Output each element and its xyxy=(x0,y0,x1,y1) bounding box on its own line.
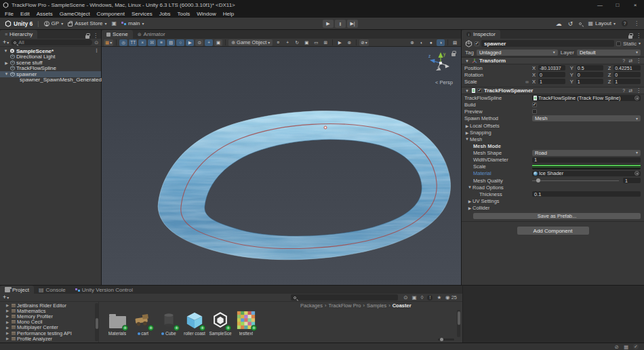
uv-settings-foldout[interactable]: ▶ UV Settings xyxy=(462,198,644,205)
position-z-field[interactable]: 0.42251 xyxy=(613,65,641,71)
help-icon[interactable]: ? xyxy=(622,20,628,26)
object-picker-icon[interactable] xyxy=(635,96,639,100)
menu-jobs[interactable]: Jobs xyxy=(156,11,174,17)
play-overlay-icon[interactable]: ▶ xyxy=(186,39,194,46)
asset-testtexture[interactable]: + testtext xyxy=(235,310,258,336)
minimize-button[interactable]: — xyxy=(591,0,609,10)
asset-roller-coast[interactable]: + roller coast xyxy=(183,310,206,336)
road-options-foldout[interactable]: ▼ Road Options xyxy=(462,184,644,191)
cloud-icon[interactable]: ☁ xyxy=(556,20,562,27)
asset-store-dropdown[interactable]: Asset Store ▾ xyxy=(68,20,106,26)
close-overlay-icon[interactable]: × xyxy=(138,39,146,46)
tab-hierarchy[interactable]: ≡ Hierarchy xyxy=(0,30,37,39)
trackflowspawner-header[interactable]: ▼ ✓ TrackFlowSpawner ?⇄⋮ xyxy=(462,87,644,94)
local-offsets-foldout[interactable]: ▶ Local Offsets xyxy=(462,122,644,129)
position-x-field[interactable]: -80.10337 xyxy=(538,65,565,71)
rotation-y-field[interactable]: 0 xyxy=(576,72,603,77)
object-picker-icon[interactable] xyxy=(635,171,639,176)
scale-x-field[interactable]: 1 xyxy=(538,79,565,84)
preset-icon[interactable]: ⇄ xyxy=(628,58,632,64)
circle-overlay-icon[interactable]: ○ xyxy=(176,39,184,46)
active-checkbox[interactable]: ✓ xyxy=(475,41,479,46)
move-overlay-icon[interactable]: + xyxy=(205,39,213,46)
asset-cube-prefab[interactable]: + Cube xyxy=(157,310,180,336)
tab-project[interactable]: Project xyxy=(0,286,34,294)
package-manager-button[interactable]: ▣ xyxy=(112,20,117,26)
selection-outline-icon[interactable]: ☒ xyxy=(148,39,156,46)
hand-tool-icon[interactable]: ¤ xyxy=(274,39,282,46)
tab-inspector[interactable]: i Inspector xyxy=(462,30,500,39)
help-icon[interactable]: ? xyxy=(622,88,625,93)
component-enabled-checkbox[interactable]: ✓ xyxy=(477,88,482,93)
scene-visibility-icon[interactable]: ◑ xyxy=(437,39,445,46)
lock-icon[interactable] xyxy=(85,35,89,39)
asset-cart-prefab[interactable]: + cart xyxy=(132,310,155,336)
menu-gameobject[interactable]: GameObject xyxy=(56,11,94,17)
scene-options-icon[interactable]: ⋮ xyxy=(94,48,101,54)
build-checkbox[interactable]: ✓ xyxy=(532,102,537,107)
static-dropdown-icon[interactable]: ▾ xyxy=(639,41,641,45)
wand-tool-icon[interactable]: ⊛ xyxy=(345,39,353,46)
favorites-icon[interactable]: ★ xyxy=(437,294,441,300)
transform-header[interactable]: ▼ Transform ?⇄⋮ xyxy=(462,57,644,64)
rotate-tool-icon[interactable]: ↻ xyxy=(293,39,301,46)
rotation-x-field[interactable]: 0 xyxy=(538,72,565,77)
panel-kebab-icon[interactable]: ⋮ xyxy=(636,33,641,39)
step-button[interactable]: ▶| xyxy=(347,20,358,28)
asset-materials-folder[interactable]: + Materials xyxy=(106,310,129,336)
gizmo-toggle-icon[interactable]: ◎ xyxy=(119,39,127,46)
rotation-z-field[interactable]: 0 xyxy=(613,72,641,77)
hierarchy-item-spawn-mesh[interactable]: spawner_SpawnMesh_Generated xyxy=(0,77,101,83)
scene-viewport[interactable]: y z < Persp xyxy=(102,47,461,285)
breadcrumb-samples[interactable]: Samples xyxy=(367,303,386,309)
create-asset-button[interactable]: +▾ xyxy=(3,294,9,300)
text-overlay-icon[interactable]: TT xyxy=(129,39,137,46)
move-tool-icon[interactable]: + xyxy=(283,39,291,46)
progress-done-icon[interactable]: ✓ xyxy=(633,344,639,349)
scale-z-field[interactable]: 1 xyxy=(613,79,641,84)
orientation-gizmo[interactable]: y z xyxy=(426,50,456,78)
expander-icon[interactable]: ▼ xyxy=(4,72,9,76)
transform-tool-icon[interactable]: ⊞ xyxy=(321,39,329,46)
menu-overlay-icon[interactable]: ≡ xyxy=(157,39,165,46)
menu-edit[interactable]: Edit xyxy=(17,11,33,17)
mesh-quality-field[interactable]: 1 xyxy=(623,178,641,183)
zoom-overlay-icon[interactable]: ⊙ xyxy=(195,39,203,46)
layer-dropdown[interactable]: Default▾ xyxy=(577,50,641,56)
camera-settings-icon[interactable]: ▤ xyxy=(451,39,459,46)
foldout-icon[interactable]: ▼ xyxy=(464,89,470,93)
mesh-quality-slider[interactable] xyxy=(532,178,619,183)
preview-checkbox[interactable] xyxy=(532,109,537,114)
hidden-items-count[interactable]: ◉ 25 xyxy=(445,294,457,300)
search-by-type-icon[interactable]: ⊙ xyxy=(403,294,407,300)
tab-animator[interactable]: ⊛ Animator xyxy=(133,30,170,39)
expander-icon[interactable]: ▼ xyxy=(3,49,8,53)
position-y-field[interactable]: 0.5 xyxy=(576,65,603,71)
gizmo-lock-icon[interactable] xyxy=(451,53,456,56)
menu-component[interactable]: Component xyxy=(94,11,128,17)
asset-grid-scrollbar[interactable] xyxy=(457,310,460,337)
menu-assets[interactable]: Assets xyxy=(33,11,56,17)
pick-tool-icon[interactable]: ▶ xyxy=(336,39,344,46)
package-item[interactable]: ▶JetBrains Rider Editor xyxy=(0,303,95,308)
scene-lighting-icon[interactable]: ⊕ xyxy=(408,39,416,46)
component-kebab-icon[interactable]: ⋮ xyxy=(636,88,641,94)
game-object-menu[interactable]: ⊕ Game Object ▾ xyxy=(228,39,273,46)
mesh-shape-dropdown[interactable]: Road▾ xyxy=(532,150,641,156)
component-kebab-icon[interactable]: ⋮ xyxy=(636,58,641,64)
scene-audio-icon[interactable]: ◐ xyxy=(418,39,426,46)
add-component-button[interactable]: Add Component xyxy=(517,227,589,235)
menu-window[interactable]: Window xyxy=(193,11,219,17)
search-icon[interactable] xyxy=(579,22,582,25)
package-item[interactable]: ▶Memory Profiler xyxy=(0,313,95,319)
hierarchy-item-directional-light[interactable]: Directional Light xyxy=(0,54,101,60)
shading-mode-dropdown[interactable]: ⊘▾ xyxy=(359,39,368,46)
mesh-foldout[interactable]: ▼ Mesh xyxy=(462,136,644,142)
foldout-icon[interactable]: ▼ xyxy=(464,59,470,63)
packages-visibility-icon[interactable]: ▣ xyxy=(412,294,417,300)
lock-icon[interactable] xyxy=(628,35,632,39)
spawn-method-dropdown[interactable]: Mesh▾ xyxy=(532,115,641,121)
breadcrumb-packages[interactable]: Packages xyxy=(300,303,323,309)
snapping-foldout[interactable]: ▶ Snapping xyxy=(462,129,644,136)
pause-button[interactable]: ‖ xyxy=(335,20,346,28)
